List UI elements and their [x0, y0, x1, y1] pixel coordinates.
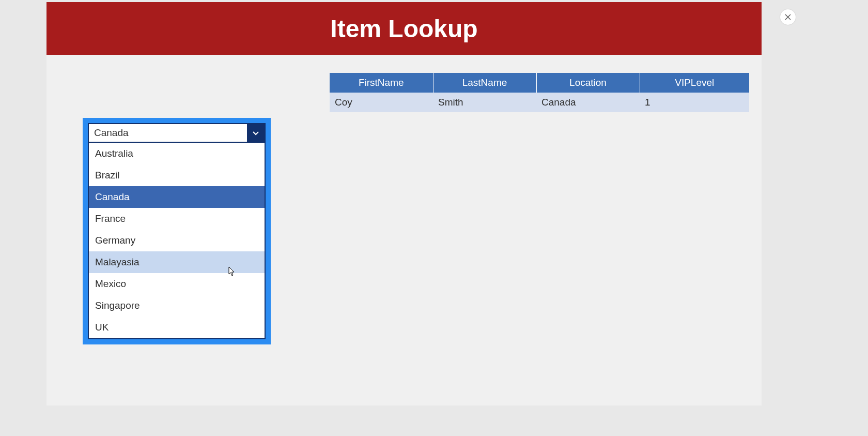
location-dropdown-container: Canada Australia Brazil Canada France Ge…	[83, 118, 271, 344]
dropdown-option-singapore[interactable]: Singapore	[89, 295, 265, 317]
dropdown-option-france[interactable]: France	[89, 208, 265, 230]
dropdown-option-brazil[interactable]: Brazil	[89, 164, 265, 186]
app-window: Item Lookup FirstName LastName Location …	[47, 2, 762, 405]
location-dropdown: Canada Australia Brazil Canada France Ge…	[88, 123, 266, 339]
dropdown-option-uk[interactable]: UK	[89, 317, 265, 338]
dropdown-option-australia[interactable]: Australia	[89, 143, 265, 164]
location-dropdown-value: Canada	[89, 124, 247, 142]
dropdown-option-mexico[interactable]: Mexico	[89, 273, 265, 295]
col-lastname[interactable]: LastName	[433, 73, 536, 93]
results-table: FirstName LastName Location VIPLevel Coy…	[330, 73, 749, 112]
dropdown-option-malayasia[interactable]: Malayasia	[89, 251, 265, 273]
dropdown-option-canada[interactable]: Canada	[89, 186, 265, 208]
cell-lastname: Smith	[433, 93, 536, 112]
dropdown-option-germany[interactable]: Germany	[89, 230, 265, 251]
table-header-row: FirstName LastName Location VIPLevel	[330, 73, 749, 93]
page-header: Item Lookup	[47, 2, 762, 55]
page-title: Item Lookup	[330, 14, 477, 43]
cell-firstname: Coy	[330, 93, 433, 112]
chevron-down-icon[interactable]	[247, 124, 265, 142]
col-location[interactable]: Location	[536, 73, 640, 93]
close-button[interactable]	[780, 9, 796, 25]
table-row[interactable]: Coy Smith Canada 1	[330, 93, 749, 112]
col-viplevel[interactable]: VIPLevel	[640, 73, 749, 93]
location-dropdown-list[interactable]: Australia Brazil Canada France Germany M…	[88, 143, 266, 339]
col-firstname[interactable]: FirstName	[330, 73, 433, 93]
location-dropdown-field[interactable]: Canada	[88, 123, 266, 143]
cell-location: Canada	[536, 93, 640, 112]
close-icon	[784, 13, 792, 21]
cell-viplevel: 1	[640, 93, 749, 112]
